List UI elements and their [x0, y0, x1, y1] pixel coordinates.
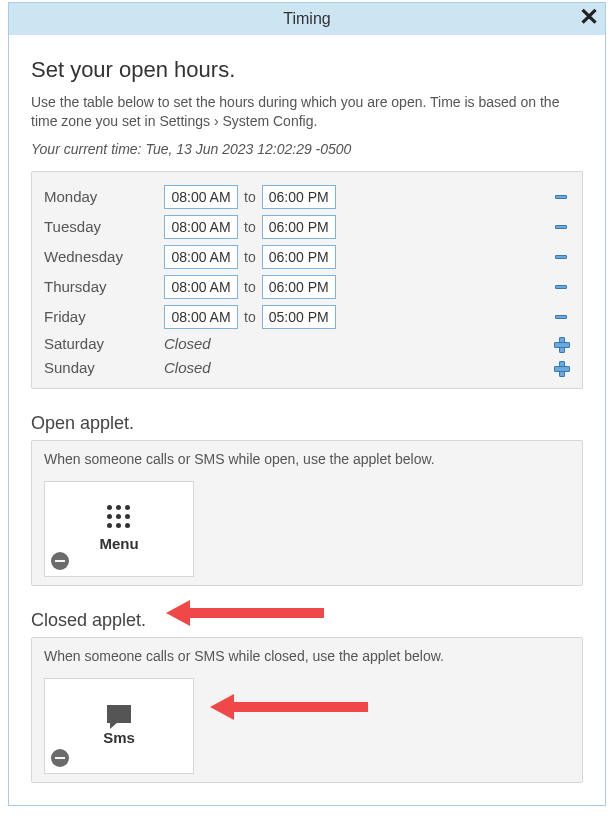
hours-row: Thursday to	[44, 272, 570, 302]
remove-applet-button[interactable]	[51, 749, 69, 767]
minus-icon	[555, 255, 567, 259]
day-label: Tuesday	[44, 218, 164, 235]
remove-hours-button[interactable]	[552, 218, 570, 236]
hours-row: Monday to	[44, 182, 570, 212]
menu-icon	[107, 505, 131, 529]
content-area: Set your open hours. Use the table below…	[9, 35, 605, 805]
open-time-input[interactable]	[164, 245, 238, 269]
to-label: to	[238, 219, 262, 235]
day-label: Thursday	[44, 278, 164, 295]
page-heading: Set your open hours.	[31, 57, 583, 83]
to-label: to	[238, 279, 262, 295]
hours-panel: Monday to Tuesday to Wednesday to	[31, 171, 583, 389]
hours-row: Saturday Closed	[44, 332, 570, 356]
day-label: Monday	[44, 188, 164, 205]
to-label: to	[238, 309, 262, 325]
day-label: Sunday	[44, 359, 164, 376]
hours-row: Wednesday to	[44, 242, 570, 272]
close-time-input[interactable]	[262, 305, 336, 329]
hours-row: Sunday Closed	[44, 356, 570, 380]
day-label: Saturday	[44, 335, 164, 352]
closed-applet-card[interactable]: Sms	[44, 678, 194, 774]
open-applet-panel: When someone calls or SMS while open, us…	[31, 440, 583, 586]
open-time-input[interactable]	[164, 185, 238, 209]
to-label: to	[238, 189, 262, 205]
open-applet-heading: Open applet.	[31, 413, 583, 434]
day-label: Wednesday	[44, 248, 164, 265]
remove-hours-button[interactable]	[552, 278, 570, 296]
closed-label: Closed	[164, 335, 211, 352]
open-applet-card[interactable]: Menu	[44, 481, 194, 577]
remove-hours-button[interactable]	[552, 308, 570, 326]
closed-applet-description: When someone calls or SMS while closed, …	[44, 648, 570, 664]
close-time-input[interactable]	[262, 215, 336, 239]
open-time-input[interactable]	[164, 275, 238, 299]
sms-icon	[107, 705, 131, 723]
applet-card-label: Menu	[99, 535, 138, 552]
remove-applet-button[interactable]	[51, 552, 69, 570]
current-time-label: Your current time: Tue, 13 Jun 2023 12:0…	[31, 141, 583, 157]
closed-label: Closed	[164, 359, 211, 376]
timing-window: Timing ✕ Set your open hours. Use the ta…	[8, 2, 606, 806]
minus-icon	[555, 195, 567, 199]
day-label: Friday	[44, 308, 164, 325]
closed-applet-panel: When someone calls or SMS while closed, …	[31, 637, 583, 783]
add-hours-button[interactable]	[552, 359, 570, 377]
minus-icon	[555, 225, 567, 229]
open-applet-description: When someone calls or SMS while open, us…	[44, 451, 570, 467]
close-time-input[interactable]	[262, 275, 336, 299]
open-time-input[interactable]	[164, 215, 238, 239]
open-time-input[interactable]	[164, 305, 238, 329]
close-time-input[interactable]	[262, 185, 336, 209]
closed-applet-heading: Closed applet.	[31, 610, 583, 631]
remove-hours-button[interactable]	[552, 188, 570, 206]
page-description: Use the table below to set the hours dur…	[31, 93, 583, 131]
window-title: Timing	[283, 10, 330, 28]
remove-hours-button[interactable]	[552, 248, 570, 266]
hours-row: Friday to	[44, 302, 570, 332]
close-icon[interactable]: ✕	[579, 5, 599, 29]
add-hours-button[interactable]	[552, 335, 570, 353]
plus-icon	[554, 337, 568, 351]
minus-icon	[555, 285, 567, 289]
minus-icon	[555, 315, 567, 319]
to-label: to	[238, 249, 262, 265]
hours-row: Tuesday to	[44, 212, 570, 242]
applet-card-label: Sms	[103, 729, 135, 746]
plus-icon	[554, 361, 568, 375]
titlebar: Timing ✕	[9, 3, 605, 35]
close-time-input[interactable]	[262, 245, 336, 269]
